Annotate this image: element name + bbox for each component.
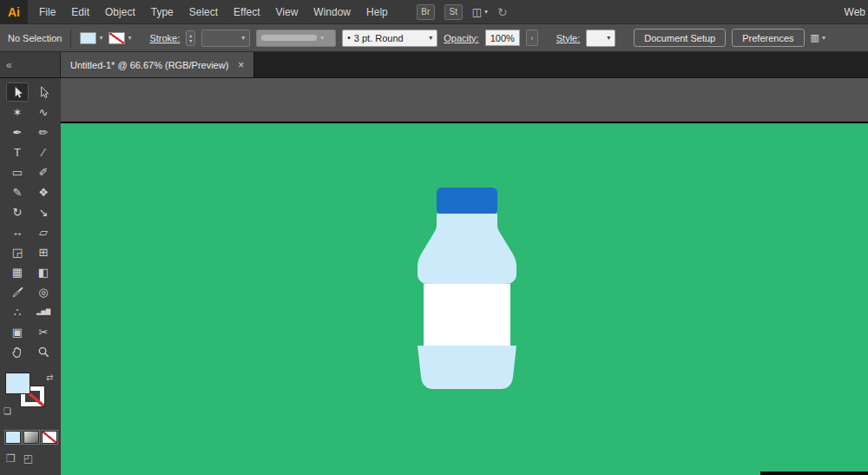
shaper-tool[interactable]: ✎ — [6, 182, 29, 201]
document-setup-button[interactable]: Document Setup — [634, 29, 726, 47]
align-control[interactable]: ▥ ▾ — [811, 32, 825, 43]
width-profile-preview — [261, 35, 317, 41]
chevron-down-icon[interactable]: ▾ — [128, 34, 131, 42]
width-tool[interactable]: ↔ — [6, 222, 29, 241]
menu-file[interactable]: File — [31, 6, 63, 18]
rotate-tool[interactable]: ↻ — [6, 202, 29, 221]
lasso-tool[interactable]: ∿ — [32, 102, 55, 122]
chevron-down-icon: ▾ — [320, 34, 324, 42]
direct-selection-tool[interactable] — [32, 82, 55, 102]
menu-help[interactable]: Help — [358, 6, 396, 18]
selection-status: No Selection — [8, 33, 62, 43]
eyedropper-tool[interactable] — [6, 282, 29, 301]
workspace-label[interactable]: Web — [845, 6, 868, 18]
chevron-down-icon[interactable]: ▾ — [99, 34, 102, 42]
arrange-documents-button[interactable]: ◫ ▾ — [472, 6, 488, 18]
stroke-weight-select[interactable]: ▾ — [201, 30, 250, 47]
fill-swatch[interactable] — [6, 373, 30, 393]
none-button[interactable] — [42, 431, 57, 444]
tab-close-icon[interactable]: × — [238, 59, 244, 71]
main-area: ✶∿✒✏T∕▭✐✎❖↻↘↔▱◲⊞▦◧◎∴▂▅▇▣✂ ⇄ ❏ ❐ ◰ — [0, 78, 868, 475]
arrange-documents-icon: ◫ — [472, 6, 482, 18]
menu-window[interactable]: Window — [306, 6, 358, 18]
menu-effect[interactable]: Effect — [226, 6, 267, 18]
bottle-base[interactable] — [418, 346, 516, 389]
rectangle-tool[interactable]: ▭ — [6, 162, 29, 181]
gradient-button[interactable] — [23, 431, 39, 444]
menu-object[interactable]: Object — [97, 6, 143, 18]
spinner-down-icon[interactable]: ▾ — [189, 38, 192, 43]
zoom-tool[interactable] — [32, 342, 55, 361]
screen-mode-icon[interactable]: ◰ — [23, 452, 33, 465]
column-graph-tool[interactable]: ▂▅▇ — [32, 302, 55, 321]
preferences-button[interactable]: Preferences — [732, 29, 804, 47]
separator — [70, 29, 71, 48]
stroke-color-control[interactable]: ▾ — [108, 32, 131, 44]
blend-tool[interactable]: ◎ — [32, 282, 55, 301]
hand-tool[interactable] — [6, 342, 29, 361]
magic-wand-tool[interactable]: ✶ — [6, 102, 29, 122]
artboard[interactable] — [61, 123, 868, 475]
pen-tool[interactable]: ✒ — [6, 122, 29, 142]
chevron-down-icon: ▾ — [241, 34, 245, 42]
scrollbar-corner — [760, 472, 868, 475]
bottle-body[interactable] — [424, 284, 510, 346]
menu-select[interactable]: Select — [181, 6, 226, 18]
bridge-button[interactable]: Br — [417, 4, 435, 20]
stroke-label[interactable]: Stroke: — [149, 33, 180, 43]
document-tabs: Untitled-1* @ 66.67% (RGB/Preview) × — [61, 52, 868, 77]
bottle-cap[interactable] — [437, 188, 497, 214]
line-segment-tool[interactable]: ∕ — [32, 142, 55, 162]
chevron-down-icon: ▾ — [822, 34, 825, 42]
stroke-weight-stepper[interactable]: ▴ ▾ — [186, 30, 195, 46]
graphic-style-select[interactable]: ▾ — [586, 30, 615, 47]
eraser-tool[interactable]: ❖ — [32, 182, 55, 201]
document-tab[interactable]: Untitled-1* @ 66.67% (RGB/Preview) × — [61, 52, 254, 77]
brush-definition-select[interactable]: • 3 pt. Round ▾ — [342, 30, 437, 47]
shape-builder-tool[interactable]: ◲ — [6, 242, 29, 261]
default-fill-stroke-icon[interactable]: ❏ — [3, 406, 11, 416]
toolbar-bottom-icons: ❐ ◰ — [0, 444, 61, 465]
mesh-tool[interactable]: ▦ — [6, 262, 29, 281]
document-tab-title: Untitled-1* @ 66.67% (RGB/Preview) — [70, 60, 228, 70]
illustrator-window: Ai FileEditObjectTypeSelectEffectViewWin… — [0, 0, 868, 475]
fill-color-control[interactable]: ▾ — [80, 32, 102, 44]
opacity-input[interactable]: 100% — [485, 30, 520, 46]
bottle-artwork[interactable] — [415, 188, 519, 389]
color-button[interactable] — [5, 431, 21, 444]
fill-color-swatch[interactable] — [80, 32, 96, 44]
stock-button[interactable]: St — [444, 4, 463, 20]
paintbrush-tool[interactable]: ✐ — [32, 162, 55, 181]
slice-tool[interactable]: ✂ — [32, 322, 55, 341]
menu-view[interactable]: View — [268, 6, 306, 18]
align-icon: ▥ — [811, 32, 819, 43]
chevron-down-icon: ▾ — [429, 34, 432, 42]
app-bar-icons: Br St ◫ ▾ ↻ — [417, 4, 508, 20]
symbol-sprayer-tool[interactable]: ∴ — [6, 302, 29, 321]
width-profile-select[interactable]: ▾ — [256, 30, 336, 47]
scale-tool[interactable]: ↘ — [32, 202, 55, 221]
menu-edit[interactable]: Edit — [63, 6, 97, 18]
style-label[interactable]: Style: — [556, 33, 581, 43]
selection-tool[interactable] — [6, 82, 29, 102]
perspective-grid-tool[interactable]: ⊞ — [32, 242, 55, 261]
swap-fill-stroke-icon[interactable]: ⇄ — [46, 373, 53, 382]
pasteboard[interactable] — [61, 78, 868, 123]
stroke-color-swatch[interactable] — [108, 32, 125, 44]
free-transform-tool[interactable]: ▱ — [32, 222, 55, 241]
opacity-label[interactable]: Opacity: — [444, 33, 478, 43]
curvature-tool[interactable]: ✏ — [32, 122, 55, 142]
tab-bar: « Untitled-1* @ 66.67% (RGB/Preview) × — [0, 52, 868, 78]
menu-type[interactable]: Type — [143, 6, 181, 18]
draw-mode-icon[interactable]: ❐ — [6, 452, 16, 465]
tools-panel: ✶∿✒✏T∕▭✐✎❖↻↘↔▱◲⊞▦◧◎∴▂▅▇▣✂ ⇄ ❏ ❐ ◰ — [0, 78, 61, 475]
type-tool[interactable]: T — [6, 142, 29, 162]
toolbar-collapse-button[interactable]: « — [0, 52, 61, 77]
gradient-tool[interactable]: ◧ — [32, 262, 55, 281]
chevron-down-icon: ▾ — [607, 34, 610, 42]
brush-definition-value: 3 pt. Round — [354, 33, 425, 43]
artboard-tool[interactable]: ▣ — [6, 322, 29, 341]
bottle-shoulder[interactable] — [418, 214, 516, 284]
sync-settings-icon[interactable]: ↻ — [497, 5, 508, 19]
opacity-options-icon[interactable]: › — [526, 30, 538, 46]
